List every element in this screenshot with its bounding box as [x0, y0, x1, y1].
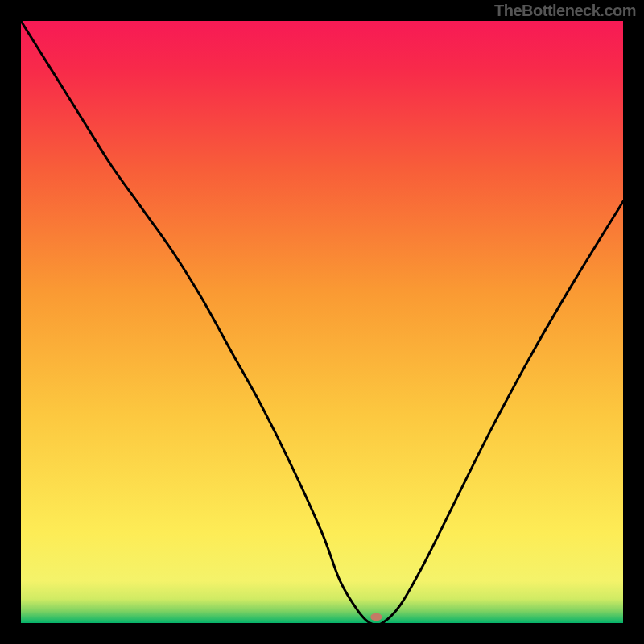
chart-frame: TheBottleneck.com: [0, 0, 644, 644]
plot-area: [21, 21, 623, 623]
marker-dot: [370, 613, 382, 621]
chart-svg: [21, 21, 623, 623]
watermark-text: TheBottleneck.com: [494, 2, 636, 20]
